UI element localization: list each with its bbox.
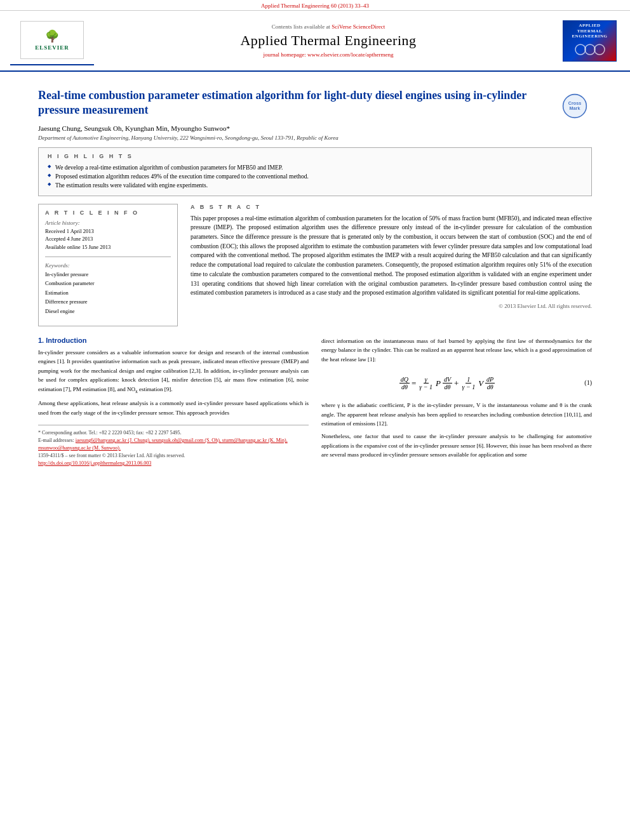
intro-para-1: In-cylinder pressure considers as a valu…	[38, 348, 309, 395]
footnote-contact: * Corresponding author. Tel.: +82 2 2220…	[38, 430, 181, 436]
highlight-item-3: The estimation results were validated wi…	[48, 181, 582, 190]
crossmark-badge[interactable]: Cross Mark	[557, 88, 592, 123]
highlights-section: H I G H L I G H T S We develop a real-ti…	[38, 147, 592, 196]
divider	[45, 257, 171, 257]
highlight-item-2: Proposed estimation algorithm reduces 49…	[48, 172, 582, 181]
article-info-col: A R T I C L E I N F O Article history: R…	[38, 204, 178, 326]
article-history: Article history: Received 1 April 2013 A…	[45, 220, 171, 251]
abstract-col: A B S T R A C T This paper proposes a re…	[191, 204, 592, 326]
journal-homepage: journal homepage: www.elsevier.com/locat…	[100, 51, 556, 58]
elsevier-name: ELSEVIER	[35, 44, 69, 51]
accepted-date: Accepted 4 June 2013	[45, 235, 171, 243]
sciverse-link[interactable]: SciVerse ScienceDirect	[332, 23, 385, 30]
article-title: Real-time combustion parameter estimatio…	[38, 88, 592, 118]
main-content: Real-time combustion parameter estimatio…	[0, 72, 630, 474]
logo-decoration	[574, 42, 606, 58]
authors-text: Jaesung Chung, Seungsuk Oh, Kyunghan Min…	[38, 124, 230, 132]
sciverse-line: Contents lists available at SciVerse Sci…	[100, 23, 556, 30]
authors: Jaesung Chung, Seungsuk Oh, Kyunghan Min…	[38, 124, 592, 132]
journal-header: 🌳 ELSEVIER Contents lists available at S…	[0, 11, 630, 72]
elsevier-logo: 🌳 ELSEVIER	[10, 16, 94, 65]
fraction-dV-dtheta: dV dθ	[443, 376, 452, 390]
available-date: Available online 15 June 2013	[45, 243, 171, 251]
keyword-4: Difference pressure	[45, 297, 171, 306]
footnote-star: * Corresponding author. Tel.: +82 2 2220…	[38, 429, 309, 437]
journal-top-bar: Applied Thermal Engineering 60 (2013) 33…	[0, 0, 630, 11]
article-title-text: Real-time combustion parameter estimatio…	[38, 89, 526, 116]
journal-title: Applied Thermal Engineering	[100, 32, 556, 49]
formula-1-box: dQ dθ = γ γ − 1 P dV dθ	[321, 370, 592, 394]
keyword-1: In-cylinder pressure	[45, 270, 171, 279]
fraction-dQ-dtheta: dQ dθ	[399, 376, 410, 390]
email-label: E-mail addresses:	[38, 437, 74, 443]
abstract-heading: A B S T R A C T	[191, 204, 592, 210]
nonetheless-text: Nonetheless, one factor that used to cau…	[321, 433, 592, 458]
svg-point-2	[594, 44, 605, 55]
svg-point-0	[575, 44, 586, 55]
right-para-2: where γ is the adiabatic coefficient, P …	[321, 401, 592, 428]
svg-text:Cross: Cross	[568, 100, 580, 105]
journal-header-center: Contents lists available at SciVerse Sci…	[100, 23, 556, 58]
keywords-label: Keywords:	[45, 262, 171, 269]
body-left-col: 1. Introduction In-cylinder pressure con…	[38, 337, 309, 467]
doi-line: http://dx.doi.org/10.1016/j.applthermale…	[38, 460, 309, 467]
abstract-text: This paper proposes a real-time estimati…	[191, 214, 592, 298]
article-info-heading: A R T I C L E I N F O	[45, 210, 171, 216]
journal-logo-right: APPLIED THERMAL ENGINEERING	[563, 20, 620, 62]
fraction-gamma: γ γ − 1	[418, 376, 434, 390]
keywords-section: Keywords: In-cylinder pressure Combustio…	[45, 262, 171, 316]
fraction-1-gamma: 1 γ − 1	[460, 376, 476, 390]
footnote-email: E-mail addresses: jaesung6@hanyang.ac.kr…	[38, 437, 309, 452]
keyword-2: Combustion parameter	[45, 279, 171, 288]
article-info-box: A R T I C L E I N F O Article history: R…	[38, 204, 178, 326]
logo-title-text: APPLIED THERMAL ENGINEERING	[572, 23, 607, 39]
formula-1-content: dQ dθ = γ γ − 1 P dV dθ	[321, 374, 573, 390]
right-para-3-nonetheless: Nonetheless, one factor that used to cau…	[321, 432, 592, 459]
affiliation-text: Department of Automotive Engineering, Ha…	[38, 135, 338, 141]
info-abstract-section: A R T I C L E I N F O Article history: R…	[38, 204, 592, 326]
body-section: 1. Introduction In-cylinder pressure con…	[38, 337, 592, 467]
keyword-5: Diesel engine	[45, 307, 171, 316]
sciverse-text: Contents lists available at	[272, 23, 330, 30]
section-1-title: 1. Introduction	[38, 337, 309, 344]
doi-link[interactable]: http://dx.doi.org/10.1016/j.applthermale…	[38, 460, 151, 466]
history-label: Article history:	[45, 220, 171, 226]
keywords-list: In-cylinder pressure Combustion paramete…	[45, 270, 171, 316]
affiliation: Department of Automotive Engineering, Ha…	[38, 135, 592, 141]
journal-citation: Applied Thermal Engineering 60 (2013) 33…	[261, 3, 369, 9]
section-title-text: Introduction	[46, 337, 86, 344]
copyright-line: © 2013 Elsevier Ltd. All rights reserved…	[191, 303, 592, 309]
footnote-section: * Corresponding author. Tel.: +82 2 2220…	[38, 425, 309, 467]
svg-point-1	[585, 44, 595, 55]
received-date: Received 1 April 2013	[45, 227, 171, 236]
issn-line: 1359-4311/$ – see front matter © 2013 El…	[38, 452, 309, 460]
highlight-item-1: We develop a real-time estimation algori…	[48, 163, 582, 172]
body-right-col: direct information on the instantaneous …	[321, 337, 592, 467]
email-addresses[interactable]: jaesung6@hanyang.ac.kr (J. Chung), seung…	[38, 437, 288, 451]
journal-brand-logo: APPLIED THERMAL ENGINEERING	[563, 20, 617, 62]
highlights-heading: H I G H L I G H T S	[48, 153, 582, 159]
intro-para-2: Among these applications, heat release a…	[38, 399, 309, 417]
section-number: 1.	[38, 337, 44, 344]
formula-number-1: (1)	[573, 379, 592, 386]
elsevier-tree-icon: 🌳	[45, 29, 59, 43]
svg-text:Mark: Mark	[569, 105, 580, 111]
right-para-1: direct information on the instantaneous …	[321, 337, 592, 364]
keyword-3: Estimation	[45, 288, 171, 297]
fraction-dP-dtheta: dP dθ	[485, 376, 495, 390]
